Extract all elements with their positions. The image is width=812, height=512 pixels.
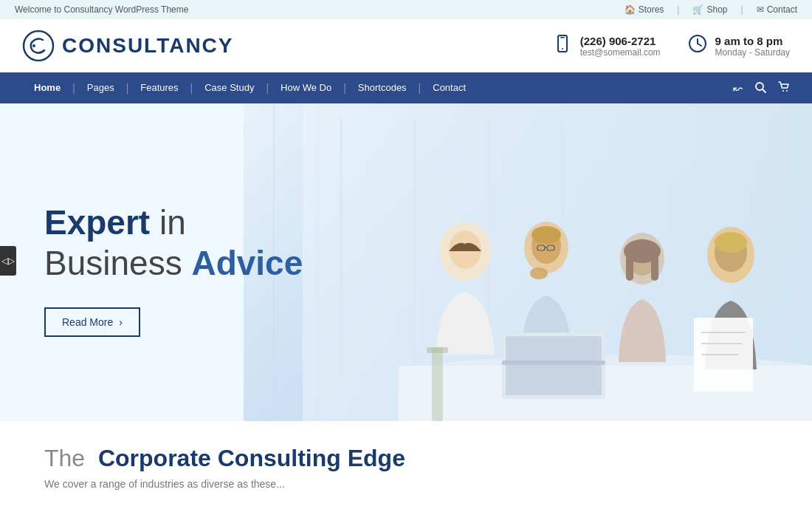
bottom-title: The Corporate Consulting Edge — [44, 445, 768, 472]
sidebar-toggle[interactable]: ◁▷ — [0, 246, 16, 276]
hero-title-advice: Advice — [191, 244, 303, 282]
svg-point-23 — [531, 226, 561, 244]
svg-point-10 — [782, 90, 784, 92]
svg-line-7 — [698, 44, 701, 46]
bottom-section: The Corporate Consulting Edge We cover a… — [0, 421, 812, 505]
nav-link-shortcodes[interactable]: Shortcodes — [346, 72, 419, 103]
bottom-title-bold: Corporate Consulting Edge — [98, 445, 405, 471]
nav-item-how-we-do[interactable]: How We Do — [269, 72, 343, 103]
svg-point-0 — [24, 31, 53, 61]
svg-rect-3 — [560, 37, 565, 38]
shop-icon: 🛒 — [692, 4, 703, 15]
nav-link-how-we-do[interactable]: How We Do — [269, 72, 343, 103]
svg-rect-34 — [626, 255, 633, 281]
contact-icon: ✉ — [757, 4, 764, 15]
hero-title-regular-1: in — [159, 203, 186, 242]
svg-rect-13 — [340, 118, 343, 377]
nav-link-home[interactable]: Home — [22, 72, 72, 103]
nav-item-home[interactable]: Home — [22, 72, 72, 103]
toggle-icon: ◁▷ — [1, 256, 15, 266]
read-more-button[interactable]: Read More › — [44, 307, 140, 337]
contact-link[interactable]: ✉ Contact — [757, 4, 797, 15]
search-icon[interactable] — [754, 81, 766, 95]
phone-number: (226) 906-2721 — [580, 35, 661, 47]
logo-icon — [22, 30, 55, 62]
nav-item-pages[interactable]: Pages — [75, 72, 126, 103]
phone-email: test@somemail.com — [580, 47, 661, 58]
svg-rect-14 — [413, 118, 416, 377]
nav-item-case-study[interactable]: Case Study — [193, 72, 266, 103]
svg-rect-29 — [506, 336, 602, 395]
hours-days: Monday - Saturday — [715, 47, 790, 58]
hero-title-business: Business — [44, 244, 182, 282]
svg-point-4 — [562, 48, 563, 50]
svg-rect-35 — [651, 255, 658, 281]
read-more-arrow: › — [119, 316, 123, 328]
hero-content: Expert in Business Advice Read More › — [0, 188, 303, 337]
hero-title: Expert in Business Advice — [44, 202, 303, 284]
welcome-text: Welcome to Consultancy WordPress Theme — [15, 4, 188, 15]
separator-2: | — [741, 4, 743, 15]
hours-time: 9 am to 8 pm — [715, 35, 790, 47]
hero-section: Expert in Business Advice Read More › — [0, 103, 812, 421]
svg-point-11 — [786, 90, 788, 92]
nav-link-pages[interactable]: Pages — [75, 72, 126, 103]
nav-link-contact[interactable]: Contact — [421, 72, 478, 103]
bottom-title-regular: The — [44, 445, 85, 471]
bottom-subtitle: We cover a range of industries as divers… — [44, 478, 768, 490]
logo-text: CONSULTANCY — [62, 34, 234, 58]
svg-point-1 — [32, 44, 35, 47]
hours-contact: 9 am to 8 pm Monday - Saturday — [687, 33, 790, 58]
phone-text: (226) 906-2721 test@somemail.com — [580, 35, 661, 58]
top-bar: Welcome to Consultancy WordPress Theme 🏠… — [0, 0, 812, 19]
cart-icon[interactable] — [778, 81, 790, 95]
nav-item-shortcodes[interactable]: Shortcodes — [346, 72, 419, 103]
logo-area[interactable]: CONSULTANCY — [22, 30, 234, 62]
stores-icon: 🏠 — [625, 4, 636, 15]
read-more-label: Read More — [62, 316, 113, 328]
hero-title-bold: Expert — [44, 203, 150, 242]
svg-rect-43 — [432, 347, 443, 421]
shop-link[interactable]: 🛒 Shop — [692, 4, 727, 15]
svg-rect-44 — [427, 347, 448, 353]
svg-rect-30 — [502, 361, 605, 365]
header-contacts: (226) 906-2721 test@somemail.com 9 am to… — [552, 33, 790, 58]
nav-item-contact[interactable]: Contact — [421, 72, 478, 103]
stores-link[interactable]: 🏠 Stores — [625, 4, 664, 15]
share-icon[interactable]: ↜ — [733, 81, 743, 95]
nav-links: Home | Pages | Features | Case Study | H… — [22, 72, 478, 103]
phone-icon — [552, 33, 573, 58]
top-bar-links: 🏠 Stores | 🛒 Shop | ✉ Contact — [625, 4, 797, 15]
nav-item-features[interactable]: Features — [128, 72, 190, 103]
svg-line-9 — [763, 89, 765, 92]
clock-icon — [687, 33, 708, 58]
hours-text: 9 am to 8 pm Monday - Saturday — [715, 35, 790, 58]
svg-point-27 — [530, 267, 548, 279]
nav-right-icons: ↜ — [733, 81, 790, 95]
site-header: CONSULTANCY (226) 906-2721 test@somemail… — [0, 19, 812, 72]
nav-link-case-study[interactable]: Case Study — [193, 72, 266, 103]
separator-1: | — [677, 4, 679, 15]
nav-link-features[interactable]: Features — [128, 72, 190, 103]
phone-contact: (226) 906-2721 test@somemail.com — [552, 33, 661, 58]
hero-image — [303, 103, 812, 421]
svg-point-38 — [715, 232, 747, 253]
main-nav: Home | Pages | Features | Case Study | H… — [0, 72, 812, 103]
